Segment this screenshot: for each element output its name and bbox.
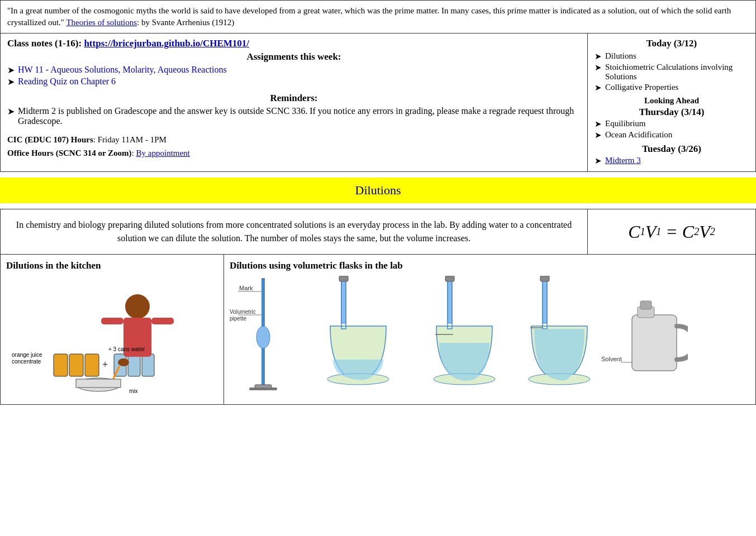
quote-link[interactable]: Theories of solutions [66, 18, 137, 27]
today-item-3-text: Colligative Properties [605, 83, 678, 92]
quiz-link[interactable]: Reading Quiz on Chapter 6 [18, 76, 116, 87]
svg-rect-6 [142, 354, 154, 376]
formula-c1: C [628, 222, 640, 242]
thu-arrow-2-icon: ➤ [595, 130, 602, 140]
formula-v2: V [699, 222, 710, 242]
hw-link-item: ➤ HW 11 - Aqueous Solutions, Molarity, A… [7, 65, 581, 75]
class-notes-line: Class notes (1-16): https://bricejurban.… [7, 38, 581, 49]
svg-text:+ 3 cans water: + 3 cans water [108, 346, 145, 352]
svg-point-11 [118, 358, 129, 366]
svg-rect-37 [543, 279, 547, 323]
today-arrow-1-icon: ➤ [595, 51, 602, 61]
lab-section: Dilutions using volumetric flasks in the… [224, 255, 755, 404]
tuesday-title: Tuesday (3/26) [595, 143, 749, 155]
cic-hours-text: : Friday 11AM - 1PM [93, 135, 167, 144]
formula-equals: = [665, 222, 678, 242]
svg-rect-9 [101, 318, 123, 324]
svg-rect-13 [76, 379, 121, 387]
dilutions-banner: Dilutions [0, 178, 756, 203]
dilutions-top: In chemistry and biology preparing dilut… [1, 209, 755, 255]
svg-rect-32 [448, 279, 452, 323]
office-label: Office Hours (SCNC 314 or Zoom) [7, 149, 132, 157]
info-grid: Class notes (1-16): https://bricejurban.… [0, 34, 756, 172]
svg-rect-1 [69, 354, 83, 376]
svg-text:Solvent: Solvent [601, 356, 622, 362]
today-arrow-2-icon: ➤ [595, 63, 602, 73]
hw-link[interactable]: HW 11 - Aqueous Solutions, Molarity, Aqu… [18, 65, 227, 75]
tue-arrow-1-icon: ➤ [595, 156, 602, 166]
today-arrow-3-icon: ➤ [595, 83, 602, 93]
dilutions-formula: C1V1 = C2V2 [588, 209, 755, 254]
kitchen-title: Dilutions in the kitchen [6, 260, 218, 271]
svg-rect-42 [632, 315, 677, 371]
lab-svg: Mark Volumetric pipette [230, 276, 688, 399]
dilutions-box: In chemistry and biology preparing dilut… [0, 209, 756, 405]
kitchen-illustration: + [9, 276, 216, 399]
reminders-title: Reminders: [7, 93, 581, 104]
svg-text:orange juice: orange juice [12, 352, 42, 358]
svg-rect-44 [640, 301, 652, 309]
svg-rect-31 [339, 276, 348, 281]
tuesday-item-1: ➤ Midterm 3 [595, 156, 749, 166]
today-item-2: ➤ Stoichiometric Calculations involving … [595, 63, 749, 82]
svg-rect-28 [341, 279, 346, 323]
reminder-text: Midterm 2 is published on Gradescope and… [18, 106, 581, 126]
assignments-title: Assignments this week: [7, 51, 581, 63]
quote-section: "In a great number of the cosmogonic myt… [0, 0, 756, 34]
svg-rect-36 [445, 276, 454, 281]
thu-item-1-text: Equilibrium [605, 119, 646, 128]
svg-text:+: + [102, 359, 108, 370]
info-right: Today (3/12) ➤ Dilutions ➤ Stoichiometri… [588, 34, 755, 171]
thu-arrow-1-icon: ➤ [595, 119, 602, 129]
svg-text:pipette: pipette [230, 315, 246, 322]
thursday-title: Thursday (3/14) [595, 107, 749, 118]
lab-title: Dilutions using volumetric flasks in the… [230, 260, 750, 271]
thursday-item-2: ➤ Ocean Acidification [595, 130, 749, 140]
class-notes-link[interactable]: https://bricejurban.github.io/CHEM101/ [84, 38, 249, 49]
today-item-1: ➤ Dilutions [595, 51, 749, 61]
quiz-link-item: ➤ Reading Quiz on Chapter 6 [7, 76, 581, 87]
svg-rect-10 [151, 318, 174, 324]
svg-rect-41 [540, 276, 549, 281]
thursday-item-1: ➤ Equilibrium [595, 119, 749, 129]
formula-sub-1: 1 [640, 226, 645, 238]
today-item-3: ➤ Colligative Properties [595, 83, 749, 93]
svg-rect-5 [128, 354, 140, 376]
svg-text:Volumetric: Volumetric [230, 309, 256, 315]
svg-point-7 [125, 294, 150, 319]
class-notes-label: Class notes (1-16): [7, 38, 82, 49]
kitchen-section: Dilutions in the kitchen + [1, 255, 224, 404]
today-title: Today (3/12) [595, 38, 749, 49]
kitchen-svg: + [9, 276, 221, 399]
svg-text:Mark: Mark [239, 285, 253, 291]
lab-illustration: Mark Volumetric pipette [230, 276, 750, 399]
formula-sub-2: 1 [656, 226, 661, 238]
svg-point-25 [256, 326, 270, 348]
quote-attribution: : by Svante Arrhenius (1912) [137, 18, 234, 27]
formula-c2: C [682, 222, 694, 242]
svg-rect-2 [85, 354, 99, 376]
thu-item-2-text: Ocean Acidification [605, 130, 672, 140]
office-link[interactable]: By appointment [136, 149, 190, 157]
today-item-1-text: Dilutions [605, 51, 636, 61]
midterm3-link[interactable]: Midterm 3 [605, 156, 641, 165]
cic-hours: CIC (EDUC 107) Hours: Friday 11AM - 1PM … [7, 133, 581, 160]
reminder-arrow-icon: ➤ [7, 106, 15, 117]
formula-v1: V [645, 222, 657, 242]
hw-arrow-icon: ➤ [7, 65, 15, 75]
formula-sub-4: 2 [710, 226, 715, 238]
svg-text:concentrate: concentrate [12, 358, 41, 365]
today-item-2-text: Stoichiometric Calculations involving So… [605, 63, 749, 82]
reminder-item: ➤ Midterm 2 is published on Gradescope a… [7, 106, 581, 126]
svg-rect-0 [54, 354, 68, 376]
quiz-arrow-icon: ➤ [7, 76, 15, 87]
svg-rect-27 [249, 387, 277, 390]
cic-label: CIC (EDUC 107) Hours [7, 135, 93, 144]
office-hours-text: : [132, 149, 136, 157]
formula-sub-3: 2 [694, 226, 699, 238]
looking-ahead-label: Looking Ahead [595, 96, 749, 106]
dilutions-bottom: Dilutions in the kitchen + [1, 255, 755, 404]
svg-text:mix: mix [129, 388, 138, 394]
info-left: Class notes (1-16): https://bricejurban.… [1, 34, 588, 171]
dilutions-description: In chemistry and biology preparing dilut… [1, 209, 588, 254]
